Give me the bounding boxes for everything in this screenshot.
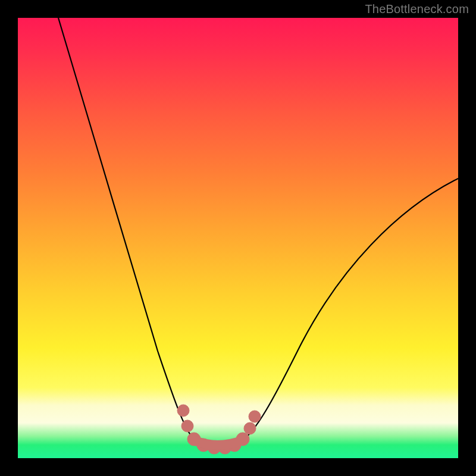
watermark-text: TheBottleneck.com (365, 2, 469, 16)
curve-layer (18, 18, 458, 458)
valley-markers (177, 405, 261, 454)
svg-point-0 (177, 405, 189, 416)
svg-point-1 (181, 420, 193, 432)
svg-point-9 (249, 411, 261, 422)
plot-area (18, 18, 458, 458)
chart-stage: TheBottleneck.com (0, 0, 476, 476)
svg-point-8 (244, 422, 256, 434)
bottleneck-curve (58, 18, 458, 447)
